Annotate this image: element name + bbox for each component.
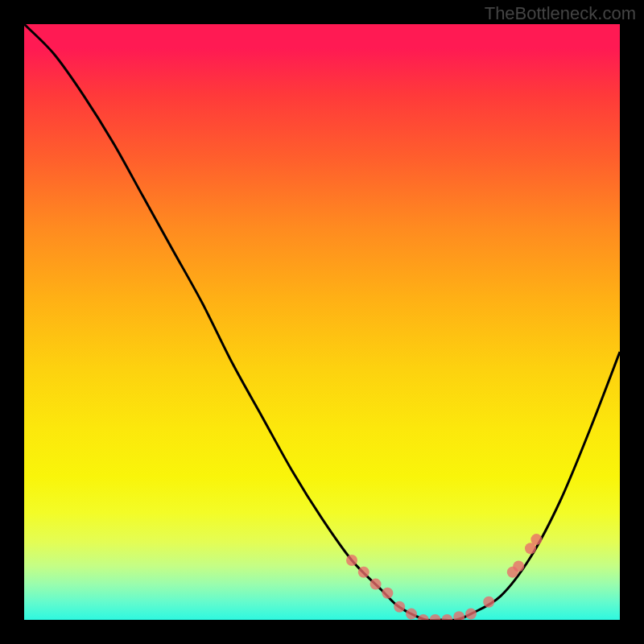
benchmark-dot — [453, 611, 464, 620]
attribution-label: TheBottleneck.com — [485, 3, 636, 24]
benchmark-dot — [430, 614, 441, 620]
benchmark-dot — [346, 555, 357, 566]
benchmark-dot — [358, 567, 369, 578]
benchmark-dot — [370, 579, 382, 590]
benchmark-dot — [465, 609, 477, 620]
benchmark-dot — [418, 614, 429, 620]
bottleneck-chart — [24, 24, 620, 620]
benchmark-dot — [406, 609, 417, 620]
benchmark-dot — [382, 588, 393, 599]
benchmark-dot — [441, 614, 452, 620]
benchmark-dots — [346, 534, 542, 620]
chart-svg — [24, 24, 620, 620]
benchmark-dot — [394, 601, 405, 613]
benchmark-dot — [483, 597, 494, 608]
benchmark-dot — [513, 560, 524, 572]
benchmark-dot — [530, 534, 542, 545]
bottleneck-curve — [24, 24, 620, 620]
